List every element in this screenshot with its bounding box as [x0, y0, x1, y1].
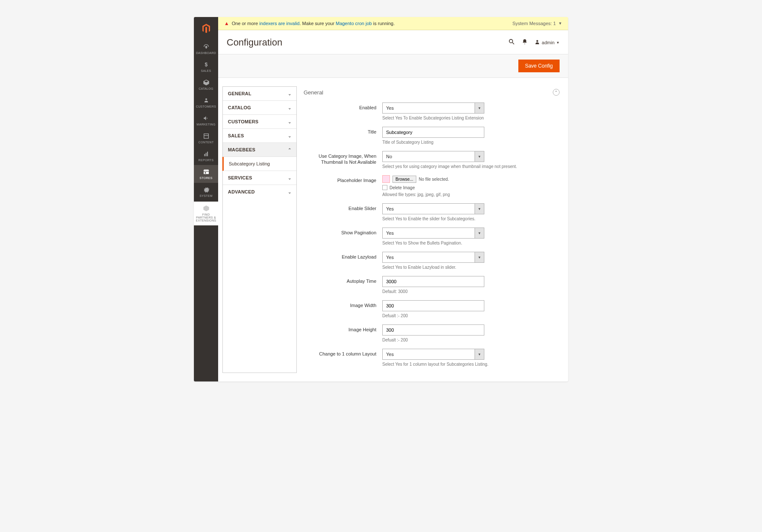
field-hint: Select Yes to Show the Bullets Paginatio… [382, 240, 560, 246]
nav-stores[interactable]: STORES [194, 165, 218, 183]
chevron-down-icon: ⌄ [288, 91, 291, 96]
nav-label: STORES [199, 176, 212, 179]
nav-label: DASHBOARD [196, 51, 216, 54]
height-input[interactable] [382, 324, 484, 336]
nav-label: CATALOG [199, 87, 213, 90]
svg-rect-5 [205, 153, 206, 156]
nav-label: SALES [201, 69, 211, 72]
field-label-width: Image Width [304, 300, 382, 319]
delete-image-checkbox[interactable] [382, 185, 387, 190]
nav-label: REPORTS [199, 159, 214, 162]
chevron-down-icon: ▼ [556, 41, 560, 45]
section-general-header[interactable]: General ⌃ [304, 86, 560, 102]
save-config-button[interactable]: Save Config [518, 60, 560, 72]
marketing-icon [203, 115, 210, 122]
svg-point-7 [509, 40, 513, 43]
autoplay-input[interactable] [382, 276, 484, 287]
dashboard-icon [203, 43, 210, 50]
field-label-catimg: Use Category Image, When Thumbnail Is No… [304, 151, 382, 169]
browse-button[interactable]: Browse... [392, 176, 416, 183]
slider-select[interactable]: Yes▼ [382, 203, 484, 214]
nav-customers[interactable]: CUSTOMERS [194, 94, 218, 111]
field-label-height: Image Height [304, 324, 382, 343]
chevron-down-icon[interactable]: ▼ [558, 21, 562, 26]
file-status: No file selected. [419, 177, 449, 182]
lazyload-select[interactable]: Yes▼ [382, 252, 484, 263]
content-icon [203, 133, 210, 139]
field-label-enabled: Enabled [304, 102, 382, 121]
chevron-down-icon: ⌄ [288, 105, 291, 110]
field-hint: Select Yes To Enable Subcategories Listi… [382, 115, 560, 121]
field-hint: Select Yes to Enable Lazyload in slider. [382, 265, 560, 270]
field-label-placeholder: Placeholder Image [304, 175, 382, 197]
nav-reports[interactable]: REPORTS [194, 147, 218, 165]
config-tab-customers[interactable]: CUSTOMERS⌄ [223, 115, 296, 129]
nav-catalog[interactable]: CATALOG [194, 76, 218, 94]
magento-logo[interactable] [194, 17, 218, 40]
section-title: General [304, 89, 323, 96]
field-hint: Default: 3000 [382, 289, 560, 294]
category-image-select[interactable]: No▼ [382, 151, 484, 162]
nav-label: SYSTEM [199, 194, 213, 197]
nav-system[interactable]: SYSTEM [194, 183, 218, 201]
field-hint: Title of Subcategory Listing [382, 139, 560, 145]
nav-sales[interactable]: $SALES [194, 58, 218, 76]
field-hint: Allowed file types: jpg, jpeg, gif, png [382, 192, 560, 197]
cron-link[interactable]: Magento cron job [336, 21, 372, 26]
chevron-down-icon: ⌄ [288, 119, 291, 124]
nav-label: MARKETING [196, 123, 215, 126]
nav-partners[interactable]: FIND PARTNERS & EXTENSIONS [194, 202, 218, 225]
delete-image-label: Delete Image [390, 185, 415, 190]
system-message-text: One or more indexers are invalid. Make s… [232, 21, 508, 26]
enabled-select[interactable]: Yes▼ [382, 102, 484, 114]
config-tabs: GENERAL⌄ CATALOG⌄ CUSTOMERS⌄ SALES⌄ MAGE… [222, 86, 297, 373]
nav-content[interactable]: CONTENT [194, 129, 218, 147]
pagination-select[interactable]: Yes▼ [382, 228, 484, 239]
notifications-icon[interactable] [522, 39, 528, 46]
stores-icon [203, 168, 210, 175]
indexers-link[interactable]: indexers are invalid [259, 21, 300, 26]
collapse-icon[interactable]: ⌃ [553, 89, 560, 96]
admin-sidebar: DASHBOARD $SALES CATALOG CUSTOMERS MARKE… [194, 17, 218, 381]
nav-marketing[interactable]: MARKETING [194, 111, 218, 129]
action-bar: Save Config [218, 54, 568, 78]
field-hint: Defualt :- 200 [382, 337, 560, 343]
config-tab-magebees[interactable]: MAGEBEES⌃ [223, 143, 296, 157]
placeholder-thumb [382, 175, 390, 183]
field-hint: Select yes for using category image when… [382, 164, 560, 169]
customers-icon [203, 97, 210, 104]
config-tab-catalog[interactable]: CATALOG⌄ [223, 101, 296, 115]
config-tab-sales[interactable]: SALES⌄ [223, 129, 296, 143]
catalog-icon [203, 79, 210, 86]
config-tab-advanced[interactable]: ADVANCED⌄ [223, 185, 296, 199]
chevron-down-icon: ▼ [475, 151, 484, 162]
svg-rect-6 [207, 152, 208, 156]
config-subtab-subcategory-listing[interactable]: Subcategory Listing [222, 157, 296, 171]
title-input[interactable] [382, 127, 484, 138]
field-label-slider: Enable Slider [304, 203, 382, 222]
config-panel: General ⌃ Enabled Yes▼ Select Yes To Ena… [301, 86, 568, 373]
config-tab-general[interactable]: GENERAL⌄ [223, 87, 296, 101]
svg-rect-2 [204, 134, 208, 139]
user-icon [535, 39, 540, 46]
nav-dashboard[interactable]: DASHBOARD [194, 40, 218, 58]
admin-account-button[interactable]: admin ▼ [535, 39, 560, 46]
field-label-pagination: Show Pagination [304, 228, 382, 246]
search-icon[interactable] [508, 38, 515, 47]
reports-icon [203, 151, 210, 157]
field-label-title: Title [304, 127, 382, 145]
system-message-count[interactable]: System Messages: 1 [512, 21, 556, 26]
chevron-down-icon: ▼ [475, 204, 484, 214]
width-input[interactable] [382, 300, 484, 311]
dollar-icon: $ [203, 61, 210, 68]
page-title: Configuration [227, 37, 501, 48]
field-hint: Select Yes for 1 column layout for Subca… [382, 361, 560, 367]
layout-select[interactable]: Yes▼ [382, 349, 484, 360]
field-label-layout: Change to 1 column Layout [304, 349, 382, 367]
svg-text:$: $ [205, 62, 208, 68]
field-label-autoplay: Autoplay Time [304, 276, 382, 294]
svg-rect-4 [204, 154, 205, 156]
svg-point-9 [536, 40, 538, 42]
config-tab-services[interactable]: SERVICES⌄ [223, 171, 296, 185]
chevron-down-icon: ⌄ [288, 134, 291, 138]
